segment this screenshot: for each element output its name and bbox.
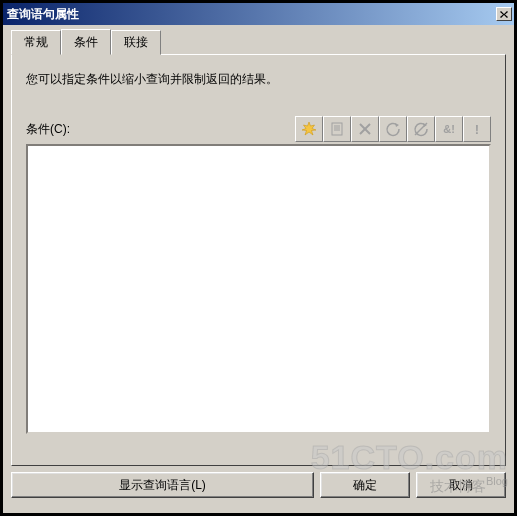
movedown-button[interactable] [407,116,435,142]
window-title: 查询语句属性 [7,6,496,23]
svg-marker-7 [395,123,399,127]
show-query-label: 显示查询语言(L) [119,477,206,494]
tab-page-conditions: 您可以指定条件以缩小查询并限制返回的结果。 条件(C): [11,54,506,466]
show-query-button[interactable]: 显示查询语言(L) [11,472,314,498]
and-button[interactable]: &! [435,116,463,142]
cancel-label: 取消 [449,477,473,494]
not-button[interactable]: ! [463,116,491,142]
conditions-listbox[interactable] [26,144,491,434]
button-row: 显示查询语言(L) 确定 取消 [11,472,506,498]
ok-button[interactable]: 确定 [320,472,410,498]
titlebar: 查询语句属性 [3,3,514,25]
new-condition-button[interactable] [295,116,323,142]
tab-joins[interactable]: 联接 [111,30,161,55]
tab-general[interactable]: 常规 [11,30,61,55]
svg-marker-0 [302,122,316,135]
cancel-button[interactable]: 取消 [416,472,506,498]
toolbar: &! ! [295,116,491,142]
svg-rect-1 [332,123,342,135]
close-button[interactable] [496,7,512,21]
moveup-button[interactable] [379,116,407,142]
ok-label: 确定 [353,477,377,494]
tab-strip: 常规 条件 联接 [11,33,506,54]
properties-button[interactable] [323,116,351,142]
conditions-label: 条件(C): [26,121,295,138]
description-text: 您可以指定条件以缩小查询并限制返回的结果。 [26,71,491,88]
tab-conditions[interactable]: 条件 [61,29,111,55]
delete-button[interactable] [351,116,379,142]
